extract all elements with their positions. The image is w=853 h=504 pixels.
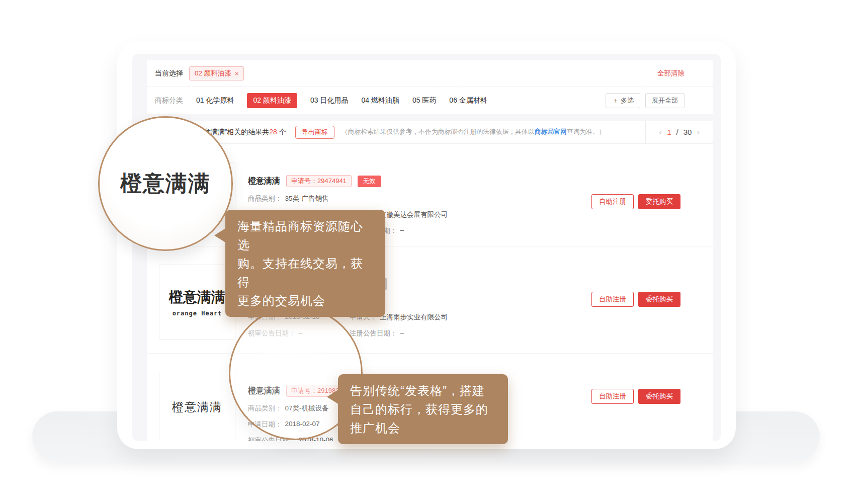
- current-selection-label: 当前选择: [155, 69, 183, 78]
- stage: 当前选择 02 颜料油漆 × 全部清除 商标分类 01 化学原料 02 颜料油漆…: [0, 0, 853, 504]
- category-tab-02-selected[interactable]: 02 颜料油漆: [247, 93, 297, 108]
- field-label: 初审公告日期：: [248, 436, 296, 441]
- trademark-thumbnail[interactable]: 橙意满满: [159, 372, 235, 441]
- trademark-name[interactable]: 橙意满满: [248, 176, 280, 187]
- results-header: 为您检索到“橙意满满”相关的结果共28 个 导出商标 （商标检索结果仅供参考，不…: [147, 121, 713, 144]
- category-tab-05[interactable]: 05 医药: [412, 96, 436, 105]
- field-value: 07类-机械设备: [285, 404, 329, 413]
- callout-text: 告别传统“发表格”，搭建 自己的标行，获得更多的 推广机会: [350, 384, 488, 435]
- category-tab-01[interactable]: 01 化学原料: [196, 96, 234, 105]
- application-number-tag: 申请号：29474941: [286, 175, 352, 187]
- thumbnail-text: 橙意满满: [169, 288, 225, 307]
- pagination: ‹ 1 / 30 ›: [645, 121, 713, 143]
- entrust-purchase-button[interactable]: 委托购买: [638, 194, 680, 209]
- thumbnail-text: 橙意满满: [172, 399, 222, 415]
- callout-promotion: 告别传统“发表格”，搭建 自己的标行，获得更多的 推广机会: [338, 374, 508, 444]
- field-label: 申请日期：: [248, 420, 282, 429]
- next-page-icon[interactable]: ›: [697, 127, 700, 137]
- field-label: 商品类别：: [248, 404, 282, 413]
- selected-filter-tag[interactable]: 02 颜料油漆 ×: [189, 66, 244, 80]
- field-col: 注册公告日期：–: [350, 329, 404, 338]
- total-pages: 30: [684, 128, 692, 136]
- row-actions: 自助注册 委托购买: [591, 389, 680, 404]
- callout-marketplace: 海量精品商标资源随心选 购。支持在线交易，获得 更多的交易机会: [225, 210, 385, 317]
- field-value: 2018-10-06: [299, 436, 333, 441]
- page-separator: /: [676, 128, 678, 136]
- disclaimer-pre: （商标检索结果仅供参考，不作为商标能否注册的法律依据；具体以: [342, 128, 535, 135]
- row-actions: 自助注册 委托购买: [591, 292, 680, 307]
- thumbnail-subtext: orange Heart: [173, 310, 222, 317]
- title-line: 橙意满满 申请号：29474941 无效: [248, 175, 570, 187]
- results-count: 28: [269, 128, 277, 136]
- field-value: –: [299, 329, 303, 338]
- callout-arrow-icon: [327, 389, 339, 404]
- field-label: 初审公告日期：: [248, 329, 296, 338]
- remove-filter-icon[interactable]: ×: [235, 70, 239, 77]
- expand-all-button[interactable]: 展开全部: [645, 93, 685, 108]
- field-value: 安徽美达会展有限公司: [380, 210, 448, 219]
- magnified-trademark-text: 橙意满满: [120, 169, 211, 198]
- self-register-button[interactable]: 自助注册: [591, 292, 634, 307]
- field-line: 商品类别：35类-广告销售: [248, 194, 570, 203]
- field-value: 2018-02-07: [285, 420, 320, 429]
- category-tab-06[interactable]: 06 金属材料: [449, 96, 487, 105]
- application-number-label: 申请号：: [291, 177, 317, 185]
- export-trademarks-button[interactable]: 导出商标: [295, 126, 334, 139]
- trademark-office-link[interactable]: 商标局官网: [535, 128, 567, 135]
- field-label: 商品类别：: [248, 194, 282, 203]
- disclaimer: （商标检索结果仅供参考，不作为商标能否注册的法律依据；具体以商标局官网查询为准。…: [342, 128, 646, 136]
- summary-suffix: 个: [277, 128, 286, 136]
- current-page: 1: [667, 128, 671, 136]
- current-selection-row: 当前选择 02 颜料油漆 × 全部清除: [147, 60, 713, 87]
- category-tab-04[interactable]: 04 燃料油脂: [361, 96, 399, 105]
- entrust-purchase-button[interactable]: 委托购买: [638, 389, 680, 404]
- field-col: 初审公告日期：–: [248, 329, 350, 338]
- field-value: 上海雨步实业有限公司: [380, 313, 448, 322]
- entrust-purchase-button[interactable]: 委托购买: [638, 292, 680, 307]
- callout-text: 海量精品商标资源随心选 购。支持在线交易，获得 更多的交易机会: [237, 219, 363, 307]
- field-label: 注册公告日期：: [350, 329, 397, 338]
- field-value: 35类-广告销售: [285, 194, 329, 203]
- category-row: 商标分类 01 化学原料 02 颜料油漆 03 日化用品 04 燃料油脂 05 …: [147, 87, 713, 114]
- field-value: –: [400, 329, 404, 338]
- application-number-label: 申请号：: [291, 387, 317, 394]
- multi-select-button[interactable]: ＋ 多选: [606, 93, 640, 108]
- trademark-name[interactable]: 橙意满满: [248, 386, 280, 396]
- field-line: 初审公告日期：– 注册公告日期：–: [248, 329, 570, 338]
- disclaimer-post: 查询为准。）: [567, 128, 606, 135]
- callout-arrow-icon: [214, 228, 226, 243]
- category-label: 商标分类: [155, 96, 183, 105]
- category-tab-03[interactable]: 03 日化用品: [310, 96, 348, 105]
- magnifier-circle-upper: 橙意满满: [98, 116, 233, 251]
- selected-filter-tag-text: 02 颜料油漆: [195, 69, 231, 78]
- application-number-value: 29474941: [317, 177, 347, 185]
- row-actions: 自助注册 委托购买: [591, 194, 680, 209]
- prev-page-icon[interactable]: ‹: [659, 127, 662, 137]
- filter-panel: 当前选择 02 颜料油漆 × 全部清除 商标分类 01 化学原料 02 颜料油漆…: [147, 60, 713, 114]
- self-register-button[interactable]: 自助注册: [591, 389, 634, 404]
- field-value: –: [400, 226, 404, 235]
- field-col: 申请日期：2018-02-07: [248, 420, 350, 429]
- trademark-thumbnail[interactable]: 橙意满满 orange Heart: [159, 265, 235, 340]
- self-register-button[interactable]: 自助注册: [591, 194, 634, 209]
- field-col: 初审公告日期：2018-10-06: [248, 436, 350, 441]
- clear-all-link[interactable]: 全部清除: [657, 69, 685, 78]
- status-badge: 无效: [358, 176, 381, 187]
